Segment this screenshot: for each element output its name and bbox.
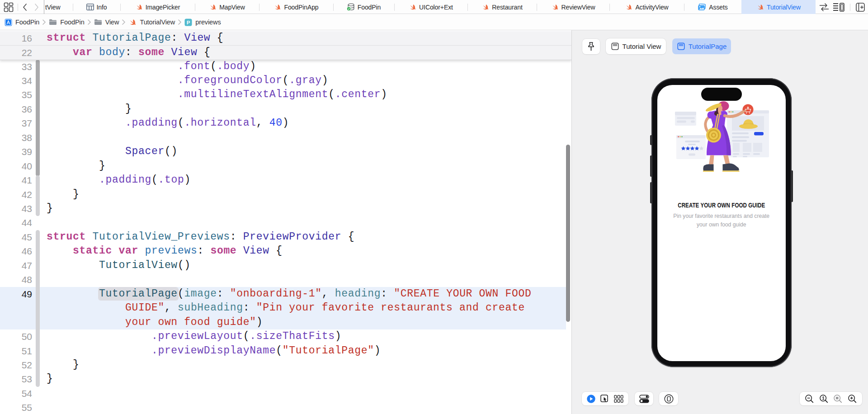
svg-text:P: P [187,19,190,25]
